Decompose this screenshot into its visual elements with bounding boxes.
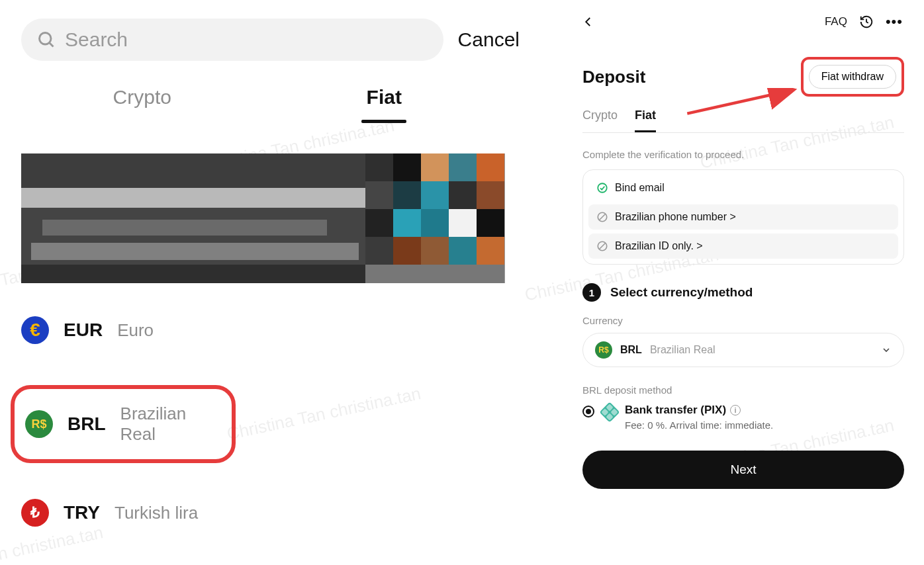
method-field-label: BRL deposit method (582, 384, 904, 396)
history-icon[interactable] (859, 15, 874, 29)
fiat-withdraw-button[interactable]: Fiat withdraw (809, 65, 896, 89)
currency-name: Euro (117, 320, 154, 341)
verify-id-row[interactable]: Brazilian ID only. > (588, 234, 898, 259)
step-number-badge: 1 (582, 283, 601, 302)
cancel-button[interactable]: Cancel (458, 28, 520, 51)
currency-type-tabs: Crypto Fiat (0, 86, 526, 120)
currency-list: € EUR Euro R$ BRL Brazilian Real ₺ TRY T… (0, 307, 526, 536)
method-name-label: Bank transfer (PIX) (625, 404, 726, 417)
verify-id-label: Brazilian ID only. > (615, 240, 703, 252)
method-sub-label: Fee: 0 %. Arrival time: immediate. (625, 419, 773, 431)
search-input[interactable] (65, 28, 428, 51)
verify-email-row: Bind email (588, 175, 898, 200)
currency-picker-panel: Cancel Crypto Fiat € (0, 0, 526, 565)
tab-deposit-fiat[interactable]: Fiat (635, 109, 656, 132)
back-icon[interactable] (582, 16, 594, 28)
tab-crypto[interactable]: Crypto (21, 86, 263, 120)
next-button[interactable]: Next (582, 451, 904, 489)
tab-deposit-crypto[interactable]: Crypto (582, 109, 618, 132)
currency-name: Brazilian Real (120, 404, 221, 445)
info-icon[interactable]: i (730, 405, 741, 415)
currency-code: BRL (68, 413, 106, 435)
deposit-method-row[interactable]: Bank transfer (PIX) i Fee: 0 %. Arrival … (582, 404, 904, 431)
currency-name: Turkish lira (115, 503, 198, 523)
ban-icon (596, 211, 608, 223)
promo-banner[interactable] (21, 153, 505, 283)
try-icon: ₺ (21, 499, 49, 527)
currency-field-label: Currency (582, 315, 904, 326)
svg-line-6 (600, 243, 606, 249)
method-text: Bank transfer (PIX) i Fee: 0 %. Arrival … (625, 404, 773, 431)
currency-item-eur[interactable]: € EUR Euro (11, 307, 516, 353)
deposit-panel: FAQ ••• Deposit Fiat withdraw Crypto Fia… (582, 13, 904, 556)
faq-link[interactable]: FAQ (825, 15, 847, 28)
search-box[interactable] (21, 19, 443, 61)
step-header: 1 Select currency/method (582, 283, 904, 302)
selected-currency-code: BRL (620, 344, 642, 356)
radio-selected-icon (582, 406, 594, 417)
verification-hint: Complete the verification to proceed. (582, 149, 904, 160)
svg-point-2 (598, 183, 607, 193)
brl-small-icon: R$ (595, 341, 612, 359)
verification-box: Bind email Brazilian phone number > Braz… (582, 169, 904, 265)
verify-email-label: Bind email (615, 182, 665, 194)
search-icon (37, 30, 56, 49)
verify-phone-row[interactable]: Brazilian phone number > (588, 204, 898, 230)
currency-code: TRY (64, 502, 100, 523)
more-icon[interactable]: ••• (886, 13, 903, 30)
step-title: Select currency/method (610, 285, 753, 300)
deposit-tabs: Crypto Fiat (582, 109, 904, 133)
svg-line-4 (600, 214, 606, 220)
check-circle-icon (596, 182, 608, 194)
title-row: Deposit Fiat withdraw (582, 57, 904, 97)
currency-item-try[interactable]: ₺ TRY Turkish lira (11, 490, 516, 536)
svg-line-1 (50, 43, 54, 47)
euro-icon: € (21, 316, 49, 344)
top-actions: FAQ ••• (825, 13, 903, 30)
search-row: Cancel (0, 19, 526, 61)
tab-fiat[interactable]: Fiat (263, 86, 506, 120)
ban-icon (596, 240, 608, 252)
top-bar: FAQ ••• (582, 13, 904, 30)
currency-item-brl[interactable]: R$ BRL Brazilian Real (11, 385, 236, 463)
verify-phone-label: Brazilian phone number > (615, 211, 736, 223)
pix-icon (599, 402, 620, 422)
currency-select[interactable]: R$ BRL Brazilian Real (582, 333, 904, 367)
selected-currency-name: Brazilian Real (650, 344, 716, 356)
brl-icon: R$ (25, 410, 53, 438)
fiat-withdraw-highlight: Fiat withdraw (801, 57, 904, 97)
chevron-down-icon (881, 345, 892, 355)
svg-point-0 (40, 33, 52, 45)
currency-code: EUR (64, 320, 103, 341)
page-title: Deposit (582, 67, 645, 87)
